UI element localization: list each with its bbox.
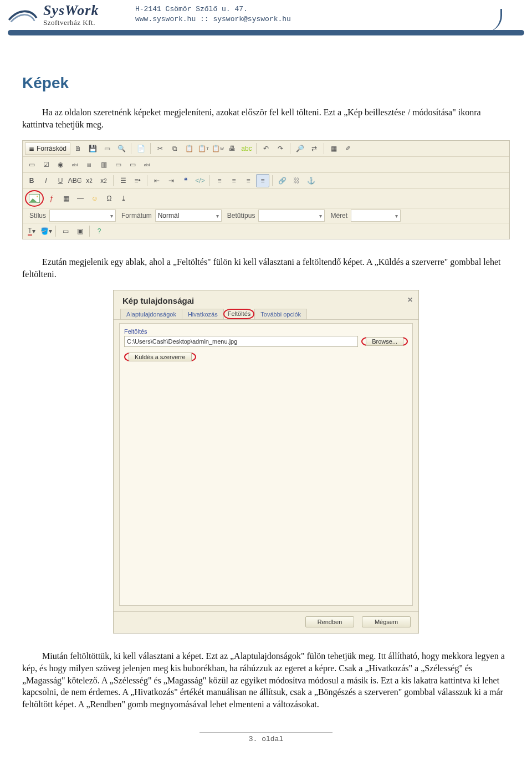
hidden-icon[interactable]: abl [140, 158, 154, 171]
removeformat-icon[interactable]: ✐ [341, 142, 355, 155]
specialchar-icon[interactable]: Ω [103, 192, 116, 205]
template-icon[interactable]: 📄 [134, 142, 147, 155]
undo-icon[interactable]: ↶ [259, 142, 273, 155]
preview-icon[interactable]: 🔍 [115, 142, 128, 155]
paragraph-1: Ha az oldalon szeretnénk képeket megjele… [22, 106, 510, 130]
tab-upload[interactable]: Feltöltés [228, 309, 251, 319]
select-icon[interactable]: ▥ [97, 158, 110, 171]
paste-text-icon[interactable]: 📋T [197, 142, 210, 155]
style-select[interactable]: ▾ [49, 210, 116, 222]
addr-line-1: H-2141 Csömör Szőlő u. 47. [135, 4, 291, 14]
ul-icon[interactable]: ≡• [131, 174, 144, 187]
cancel-button[interactable]: Mégsem [362, 616, 411, 627]
outdent-icon[interactable]: ⇤ [150, 174, 163, 187]
insert-image-highlight [25, 190, 44, 207]
toolbar-row-2: ▭ ☑ ◉ abl ▤ ▥ ▭ ▭ abl [23, 157, 509, 173]
copy-icon[interactable]: ⧉ [168, 142, 181, 155]
bgcolor-icon[interactable]: 🪣▾ [39, 224, 53, 238]
underline-icon[interactable]: U [54, 174, 67, 187]
tab-link[interactable]: Hivatkozás [182, 309, 224, 319]
format-label: Formátum [117, 212, 154, 219]
upload-path-input[interactable]: C:\Users\Cash\Desktop\admin_menu.jpg [124, 336, 358, 347]
selectall-icon[interactable]: ▦ [327, 142, 340, 155]
upload-path-value: C:\Users\Cash\Desktop\admin_menu.jpg [127, 338, 237, 345]
find-icon[interactable]: 🔎 [293, 142, 306, 155]
send-highlight: Küldés a szerverre [124, 353, 196, 361]
dialog-tabs: Alaptulajdonságok Hivatkozás Feltöltés T… [114, 309, 418, 320]
source-icon: ≣ [29, 145, 34, 152]
replace-icon[interactable]: ⇄ [308, 142, 321, 155]
close-icon[interactable]: ✕ [407, 296, 413, 305]
ok-button[interactable]: Rendben [305, 616, 354, 627]
tab-basic[interactable]: Alaptulajdonságok [120, 309, 182, 319]
align-center-icon[interactable]: ≡ [227, 174, 241, 187]
format-select[interactable]: Normál▾ [155, 210, 222, 222]
superscript-icon[interactable]: x2 [97, 174, 110, 187]
size-select[interactable]: ▾ [351, 210, 401, 222]
toolbar-row-5: Stílus ▾ Formátum Normál▾ Betűtípus ▾ Mé… [23, 208, 509, 223]
insert-image-button[interactable] [28, 192, 41, 205]
newdoc-icon[interactable]: ▭ [100, 142, 114, 155]
font-select[interactable]: ▾ [258, 210, 325, 222]
source-button[interactable]: ≣ Forráskód [25, 142, 70, 155]
new-page-icon[interactable]: 🗎 [71, 142, 85, 155]
image-icon [29, 194, 40, 203]
paste-icon[interactable]: 📋 [182, 142, 196, 155]
toolbar-row-3: B I U ABC x2 x2 ☰ ≡• ⇤ ⇥ ❝ </> ≡ ≡ ≡ ≡ [23, 173, 509, 189]
imagebutton-icon[interactable]: ▭ [126, 158, 139, 171]
redo-icon[interactable]: ↷ [274, 142, 287, 155]
button-icon[interactable]: ▭ [111, 158, 125, 171]
smiley-icon[interactable]: ☺ [88, 192, 101, 205]
section-title: Képek [22, 74, 510, 92]
dialog-title: Kép tulajdonságai [122, 296, 194, 305]
save-icon[interactable]: 💾 [86, 142, 99, 155]
align-right-icon[interactable]: ≡ [242, 174, 255, 187]
print-icon[interactable]: 🖶 [226, 142, 239, 155]
textcolor-icon[interactable]: T▾ [25, 224, 38, 238]
toolbar-row-1: ≣ Forráskód 🗎 💾 ▭ 🔍 📄 ✂ ⧉ 📋 📋T 📋W 🖶 abc … [23, 141, 509, 157]
textfield-icon[interactable]: abl [68, 158, 81, 171]
textarea-icon[interactable]: ▤ [83, 158, 96, 171]
align-left-icon[interactable]: ≡ [213, 174, 226, 187]
indent-icon[interactable]: ⇥ [165, 174, 178, 187]
anchor-icon[interactable]: ⚓ [304, 174, 318, 187]
addr-line-2: www.syswork.hu :: syswork@syswork.hu [135, 14, 291, 24]
chevron-down-icon: ▾ [395, 213, 398, 219]
source-button-label: Forráskód [37, 145, 66, 152]
div-icon[interactable]: </> [193, 174, 207, 187]
cut-icon[interactable]: ✂ [154, 142, 167, 155]
checkbox-icon[interactable]: ☑ [39, 158, 53, 171]
paragraph-3: Miután feltöltöttük, ki kell választani … [22, 650, 510, 710]
bold-icon[interactable]: B [25, 174, 38, 187]
tab-advanced[interactable]: További opciók [254, 309, 307, 319]
table-icon[interactable]: ▦ [59, 192, 73, 205]
strike-icon[interactable]: ABC [68, 174, 81, 187]
pagebreak-icon[interactable]: ⤓ [117, 192, 130, 205]
tab-upload-highlight: Feltöltés [223, 309, 255, 319]
chevron-down-icon: ▾ [319, 213, 322, 219]
align-justify-icon[interactable]: ≡ [256, 174, 269, 187]
dialog-footer: Rendben Mégsem [114, 611, 418, 633]
about-icon[interactable]: ? [93, 224, 106, 238]
maximize-icon[interactable]: ▭ [59, 224, 72, 238]
hr-icon[interactable]: — [74, 192, 87, 205]
subscript-icon[interactable]: x2 [83, 174, 96, 187]
italic-icon[interactable]: I [39, 174, 53, 187]
blockquote-icon[interactable]: ❝ [179, 174, 192, 187]
paste-word-icon[interactable]: 📋W [211, 142, 224, 155]
form-icon[interactable]: ▭ [25, 158, 38, 171]
dialog-body: Feltöltés C:\Users\Cash\Desktop\admin_me… [119, 323, 413, 606]
dialog-titlebar: Kép tulajdonságai ✕ [114, 290, 418, 309]
upload-field-label: Feltöltés [124, 328, 408, 335]
link-icon[interactable]: 🔗 [275, 174, 289, 187]
browse-button[interactable]: Browse... [366, 337, 403, 346]
flash-icon[interactable]: ƒ [45, 192, 58, 205]
spellcheck-icon[interactable]: abc [240, 142, 253, 155]
header-address: H-2141 Csömör Szőlő u. 47. www.syswork.h… [135, 3, 291, 24]
radio-icon[interactable]: ◉ [54, 158, 67, 171]
unlink-icon[interactable]: ⛓ [290, 174, 303, 187]
ol-icon[interactable]: ☰ [116, 174, 130, 187]
showblocks-icon[interactable]: ▣ [73, 224, 86, 238]
send-to-server-button[interactable]: Küldés a szerverre [129, 353, 192, 361]
toolbar-row-6: T▾ 🪣▾ ▭ ▣ ? [23, 223, 509, 239]
